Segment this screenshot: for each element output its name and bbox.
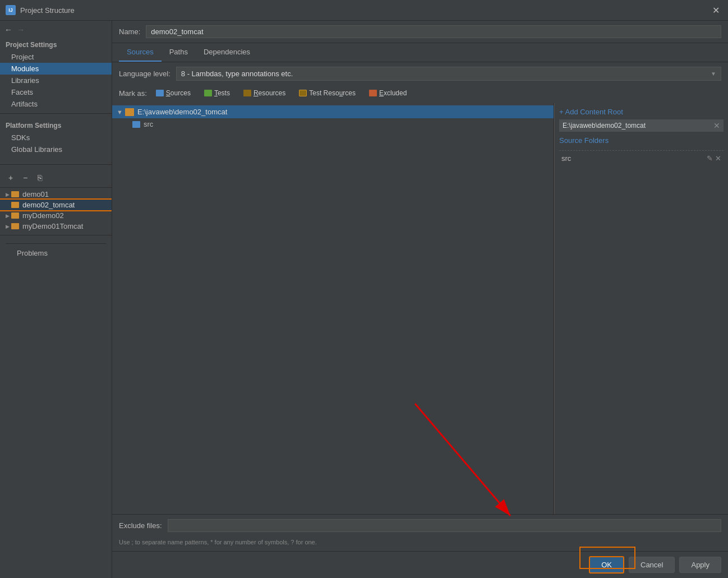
edit-src-button[interactable]: ✎ [707,154,713,163]
tests-icon [204,90,212,96]
mark-excluded-button[interactable]: Excluded [365,87,411,99]
copy-module-button[interactable]: ⎘ [34,172,46,184]
tree-arrow-demo01: ▶ [3,191,11,198]
excluded-label: Excluded [379,89,407,97]
nav-item-modules[interactable]: Modules [0,63,112,75]
content-root-path: E:\javaweb\demo02_tomcat [137,108,227,116]
mark-tests-button[interactable]: Tests [200,87,234,99]
content-root-arrow: ▼ [117,109,123,115]
add-module-button[interactable]: + [4,172,17,184]
dialog-window: IJ Project Structure ✕ ← → Project Setti… [0,0,728,578]
mark-test-resources-button[interactable]: Test Resources [294,87,360,99]
content-root-item[interactable]: ▼ E:\javaweb\demo02_tomcat [112,105,554,118]
popup-src-text: src [561,154,571,163]
mark-as-row: Mark as: Sources Tests Resources [112,85,728,103]
popup-path-text: E:\javaweb\demo02_tomcat [563,122,646,130]
title-bar-title: Project Structure [20,6,75,15]
remove-module-button[interactable]: − [19,172,31,184]
popup-src-row: src ✎ ✕ [559,153,724,164]
apply-button[interactable]: Apply [679,557,721,573]
tabs-bar: Sources Paths Dependencies [112,43,728,62]
nav-item-sdks[interactable]: SDKs [0,132,112,144]
mark-as-label: Mark as: [119,89,147,98]
tree-item-myDemo01Tomcat[interactable]: ▶ myDemo01Tomcat [0,221,112,232]
sidebar: ← → Project Settings Project Modules Lib… [0,21,112,578]
nav-forward-icon[interactable]: → [17,25,25,34]
nav-item-facets[interactable]: Facets [0,86,112,98]
language-level-select[interactable]: 8 - Lambdas, type annotations etc. ▼ [176,67,721,81]
folder-icon-demo01 [11,191,20,198]
nav-item-project[interactable]: Project [0,51,112,63]
nav-item-artifacts[interactable]: Artifacts [0,98,112,110]
popup-header: + Add Content Root [559,108,724,116]
nav-item-global-libraries[interactable]: Global Libraries [0,144,112,155]
popup-path-close-button[interactable]: ✕ [713,121,720,130]
language-level-row: Language level: 8 - Lambdas, type annota… [112,62,728,85]
app-icon: IJ [6,5,16,15]
folder-icon-demo02-tomcat [11,201,20,209]
name-label: Name: [119,27,140,36]
chevron-down-icon: ▼ [711,71,716,77]
folder-icon-myDdemo02 [11,212,20,220]
name-input[interactable] [146,25,721,38]
language-level-label: Language level: [119,70,171,78]
add-content-root-button[interactable]: + Add Content Root [559,108,623,116]
mark-sources-button[interactable]: Sources [151,87,195,99]
nav-back-icon[interactable]: ← [4,25,12,34]
tab-sources[interactable]: Sources [119,43,162,62]
tab-dependencies[interactable]: Dependencies [196,43,258,62]
popup-src-actions: ✎ ✕ [707,154,721,163]
left-nav: ← → Project Settings Project Modules Lib… [0,21,112,235]
tab-paths[interactable]: Paths [162,43,196,62]
excluded-icon [369,90,377,96]
content-root-folder-icon [125,108,134,116]
language-level-value: 8 - Lambdas, type annotations etc. [181,70,293,78]
exclude-files-row: Exclude files: [112,514,728,537]
sources-icon [156,90,164,96]
main-content: ← → Project Settings Project Modules Lib… [0,21,728,578]
title-bar: IJ Project Structure ✕ [0,0,728,21]
resources-icon [243,90,251,96]
nav-item-libraries[interactable]: Libraries [0,75,112,86]
tree-item-myDdemo02[interactable]: ▶ myDdemo02 [0,210,112,221]
svg-text:IJ: IJ [8,7,13,13]
popup-section-title: Source Folders [559,136,724,145]
project-tree: ▶ demo01 ▶ demo02_tomcat [0,188,112,233]
tree-item-demo01[interactable]: ▶ demo01 [0,189,112,200]
tree-arrow-myDemo01Tomcat: ▶ [3,223,11,230]
folder-icon-myDemo01Tomcat [11,223,20,230]
close-button[interactable]: ✕ [709,3,722,17]
src-folder-icon [132,121,140,128]
platform-settings-header: Platform Settings [0,117,112,132]
content-tree: ▼ E:\javaweb\demo02_tomcat src [112,103,554,514]
tree-item-demo02-tomcat[interactable]: ▶ demo02_tomcat [0,200,112,210]
popup-path-bar: E:\javaweb\demo02_tomcat ✕ [559,119,724,132]
sidebar-toolbar: + − ⎘ [0,168,112,188]
resources-label: Resources [254,89,285,97]
cancel-button[interactable]: Cancel [629,557,675,573]
popup-panel: + Add Content Root E:\javaweb\demo02_tom… [554,103,728,514]
delete-src-button[interactable]: ✕ [715,154,721,163]
tree-arrow-myDdemo02: ▶ [3,212,11,220]
src-item[interactable]: src [112,118,554,130]
exclude-files-hint: Use ; to separate name patterns, * for a… [112,537,728,552]
project-settings-header: Project Settings [0,36,112,51]
mark-resources-button[interactable]: Resources [239,87,290,99]
name-bar: Name: [112,21,728,43]
title-bar-left: IJ Project Structure [6,5,75,15]
test-resources-icon [299,90,307,96]
tests-label: Tests [214,89,230,97]
exclude-files-label: Exclude files: [119,521,162,530]
content-root-area: ▼ E:\javaweb\demo02_tomcat src + Add Con… [112,103,728,514]
bottom-bar: OK Cancel Apply [112,551,728,578]
ok-button[interactable]: OK [589,556,624,574]
nav-item-problems[interactable]: Problems [6,247,106,259]
sources-label: Sources [166,89,191,97]
src-label: src [144,120,153,128]
problems-section: Problems [0,235,112,263]
right-panel: Name: Sources Paths Dependencies Languag… [112,21,728,578]
test-resources-label: Test Resources [309,89,356,97]
exclude-files-input[interactable] [168,519,721,532]
